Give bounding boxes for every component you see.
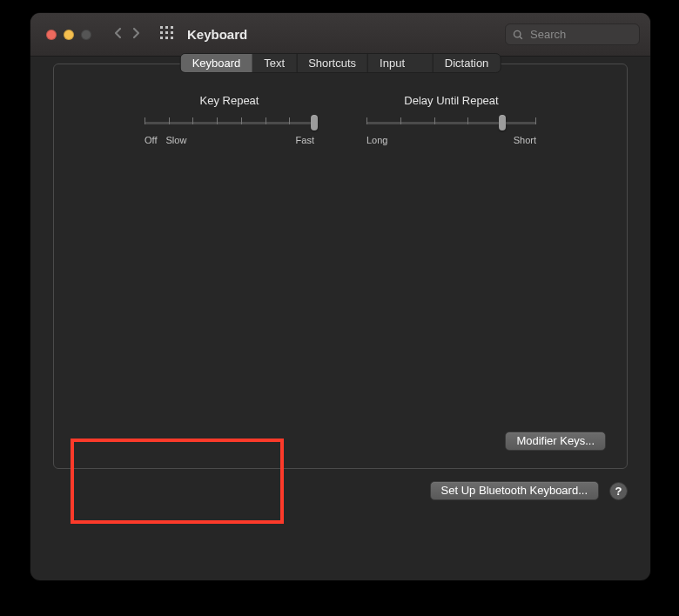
window-toolbar: Keyboard bbox=[30, 13, 650, 57]
key-repeat-slider[interactable] bbox=[145, 114, 314, 131]
back-button[interactable] bbox=[112, 25, 124, 44]
key-repeat-group: Key Repeat Off bbox=[145, 94, 314, 145]
chevron-right-icon bbox=[130, 25, 142, 41]
svg-rect-7 bbox=[165, 37, 168, 39]
apps-grid-icon bbox=[159, 25, 175, 41]
svg-rect-3 bbox=[160, 31, 163, 34]
keyboard-panel: Key Repeat Off bbox=[53, 64, 628, 469]
svg-rect-8 bbox=[171, 37, 173, 39]
svg-rect-2 bbox=[171, 26, 173, 29]
close-window-button[interactable] bbox=[46, 30, 57, 40]
key-repeat-ticks bbox=[145, 117, 314, 128]
help-button[interactable]: ? bbox=[609, 482, 628, 500]
delay-until-repeat-handle[interactable] bbox=[499, 115, 506, 131]
tab-dictation[interactable]: Dictation bbox=[434, 54, 501, 72]
delay-until-repeat-ticks bbox=[366, 117, 536, 128]
preferences-window: Keyboard Keyboard Text Shortcuts Input S… bbox=[30, 13, 650, 580]
tab-shortcuts[interactable]: Shortcuts bbox=[297, 54, 368, 72]
settings-tabs: Keyboard Text Shortcuts Input Sources Di… bbox=[180, 53, 501, 73]
tab-keyboard[interactable]: Keyboard bbox=[181, 54, 253, 72]
forward-button[interactable] bbox=[130, 25, 142, 44]
svg-rect-4 bbox=[165, 31, 168, 34]
traffic-lights bbox=[46, 30, 91, 40]
delay-until-repeat-label: Delay Until Repeat bbox=[366, 94, 536, 107]
search-input[interactable] bbox=[528, 27, 632, 42]
delay-right: Short bbox=[514, 135, 536, 145]
window-title: Keyboard bbox=[187, 27, 247, 42]
key-repeat-left-slow: Slow bbox=[165, 135, 186, 145]
key-repeat-left-off: Off bbox=[145, 135, 157, 145]
show-all-prefs-button[interactable] bbox=[159, 25, 175, 44]
modifier-keys-button[interactable]: Modifier Keys... bbox=[505, 432, 606, 451]
key-repeat-label: Key Repeat bbox=[145, 94, 314, 107]
svg-rect-6 bbox=[160, 37, 163, 39]
delay-until-repeat-group: Delay Until Repeat Long Short bbox=[366, 94, 536, 145]
svg-point-9 bbox=[514, 30, 520, 37]
chevron-left-icon bbox=[112, 25, 124, 41]
svg-rect-0 bbox=[160, 26, 163, 29]
setup-bluetooth-keyboard-button[interactable]: Set Up Bluetooth Keyboard... bbox=[430, 481, 599, 500]
nav-buttons bbox=[112, 25, 142, 44]
tab-text[interactable]: Text bbox=[252, 54, 297, 72]
search-field[interactable] bbox=[505, 23, 640, 45]
svg-rect-1 bbox=[165, 26, 168, 29]
svg-line-10 bbox=[520, 36, 522, 38]
delay-left: Long bbox=[366, 135, 387, 145]
delay-until-repeat-slider[interactable] bbox=[366, 114, 536, 131]
search-icon bbox=[513, 29, 523, 41]
tab-input-sources[interactable]: Input Sources bbox=[368, 54, 434, 72]
key-repeat-handle[interactable] bbox=[311, 115, 318, 131]
minimize-window-button[interactable] bbox=[64, 30, 74, 40]
svg-rect-5 bbox=[171, 31, 173, 34]
maximize-window-button bbox=[81, 30, 91, 40]
key-repeat-right: Fast bbox=[296, 135, 314, 145]
